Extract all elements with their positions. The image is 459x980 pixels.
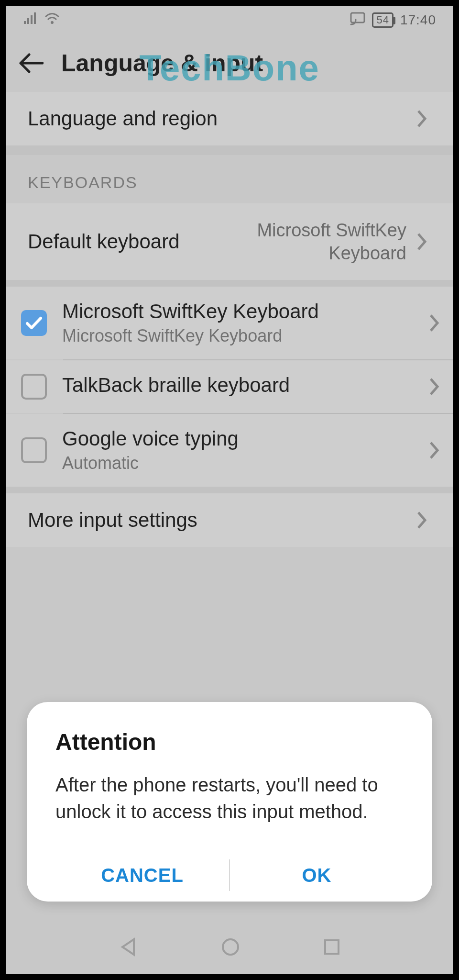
svg-rect-1	[351, 13, 364, 22]
keyboard-item-swiftkey[interactable]: Microsoft SwiftKey Keyboard Microsoft Sw…	[6, 287, 453, 359]
row-value: Microsoft SwiftKey Keyboard	[225, 219, 406, 265]
section-header-keyboards: KEYBOARDS	[6, 155, 453, 203]
row-default-keyboard[interactable]: Default keyboard Microsoft SwiftKey Keyb…	[6, 203, 453, 280]
clock-text: 17:40	[400, 12, 436, 28]
battery-level: 54	[376, 14, 389, 26]
chevron-right-icon	[425, 441, 444, 460]
back-button[interactable]	[15, 48, 46, 78]
checkbox-checked-icon[interactable]	[21, 310, 47, 336]
keyboard-title: TalkBack braille keyboard	[62, 374, 425, 397]
svg-point-2	[223, 939, 238, 955]
nav-home-icon[interactable]	[220, 936, 241, 959]
keyboard-item-google-voice[interactable]: Google voice typing Automatic	[6, 414, 453, 487]
keyboard-subtitle: Microsoft SwiftKey Keyboard	[62, 326, 425, 346]
chevron-right-icon	[425, 313, 444, 333]
app-header: Language & input	[6, 34, 453, 92]
nav-recent-icon[interactable]	[322, 937, 341, 958]
keyboard-title: Microsoft SwiftKey Keyboard	[62, 300, 425, 323]
cast-icon	[350, 12, 365, 29]
ok-button[interactable]: OK	[230, 849, 404, 902]
wifi-icon	[44, 12, 60, 28]
chevron-right-icon	[412, 109, 431, 128]
attention-dialog: Attention After the phone restarts, you'…	[27, 702, 432, 902]
system-nav-bar	[6, 922, 453, 974]
svg-rect-3	[325, 940, 339, 954]
row-language-region[interactable]: Language and region	[6, 92, 453, 145]
dialog-message: After the phone restarts, you'll need to…	[55, 771, 404, 825]
status-bar: 54 17:40	[6, 6, 453, 34]
row-label: More input settings	[28, 509, 197, 532]
battery-icon: 54	[372, 12, 393, 28]
chevron-right-icon	[425, 377, 444, 396]
chevron-right-icon	[412, 511, 431, 530]
row-more-input-settings[interactable]: More input settings	[6, 493, 453, 547]
cancel-button[interactable]: CANCEL	[55, 849, 229, 902]
dialog-title: Attention	[55, 729, 404, 755]
signal-icon	[23, 12, 37, 28]
chevron-right-icon	[412, 232, 431, 251]
checkbox-unchecked-icon[interactable]	[21, 374, 47, 400]
nav-back-icon[interactable]	[118, 936, 139, 959]
page-title: Language & input	[61, 49, 263, 77]
row-label: Default keyboard	[28, 230, 180, 253]
keyboard-title: Google voice typing	[62, 427, 425, 450]
keyboard-item-talkback[interactable]: TalkBack braille keyboard	[6, 360, 453, 413]
keyboard-subtitle: Automatic	[62, 453, 425, 473]
row-label: Language and region	[28, 107, 218, 130]
checkbox-unchecked-icon[interactable]	[21, 437, 47, 463]
svg-point-0	[51, 21, 54, 24]
